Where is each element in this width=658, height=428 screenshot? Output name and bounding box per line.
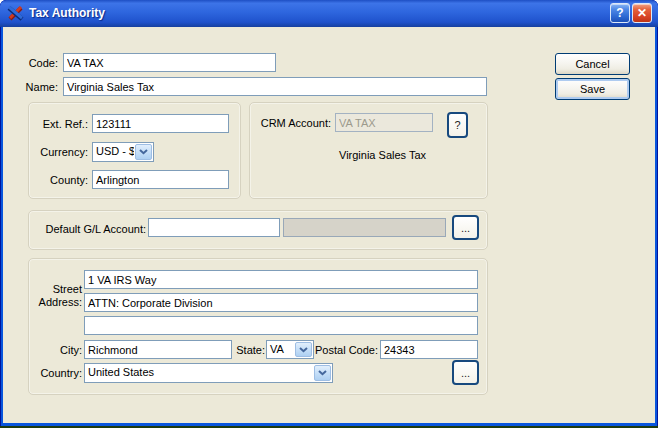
currency-label: Currency: — [30, 146, 88, 159]
chevron-down-icon — [135, 144, 152, 160]
street-address-line3[interactable] — [84, 316, 478, 335]
gl-browse-button[interactable]: ... — [452, 215, 479, 240]
name-label: Name: — [10, 81, 58, 94]
tax-authority-window: Tax Authority ? ✕ Code: Name: Cancel Sav… — [0, 0, 658, 428]
postal-code-input[interactable] — [380, 340, 478, 359]
chevron-down-icon — [314, 365, 331, 381]
name-input[interactable] — [63, 77, 487, 96]
state-dropdown[interactable]: VA — [266, 340, 314, 359]
city-input[interactable] — [84, 340, 232, 359]
app-logo-icon — [7, 5, 24, 21]
county-label: County: — [30, 174, 88, 187]
gl-account-description-field — [283, 218, 446, 237]
country-browse-button[interactable]: ... — [452, 360, 479, 385]
country-label: Country: — [34, 367, 82, 380]
gl-account-label: Default G/L Account: — [36, 223, 146, 236]
window-title: Tax Authority — [29, 6, 608, 20]
country-dropdown[interactable]: United States — [84, 363, 333, 383]
currency-dropdown[interactable]: USD - $ — [92, 142, 154, 162]
titlebar[interactable]: Tax Authority ? ✕ — [0, 0, 658, 27]
cancel-button[interactable]: Cancel — [555, 53, 630, 75]
ext-ref-input[interactable] — [92, 114, 229, 133]
crm-account-description: Virginia Sales Tax — [339, 149, 426, 161]
code-input[interactable] — [63, 53, 276, 72]
gl-account-input[interactable] — [148, 218, 280, 237]
country-value: United States — [85, 364, 313, 382]
close-button[interactable]: ✕ — [632, 3, 652, 23]
help-button[interactable]: ? — [610, 3, 630, 23]
county-input[interactable] — [92, 170, 229, 189]
crm-account-input — [335, 113, 433, 132]
dialog-body: Code: Name: Cancel Save Ext. Ref.: Curre… — [3, 27, 655, 423]
crm-account-label: CRM Account: — [255, 117, 331, 130]
state-label: State: — [234, 344, 265, 357]
street-address-line2[interactable] — [84, 293, 478, 312]
currency-value: USD - $ — [93, 143, 134, 161]
code-label: Code: — [10, 57, 58, 70]
postal-code-label: Postal Code: — [314, 344, 378, 357]
state-value: VA — [267, 341, 294, 358]
city-label: City: — [36, 344, 82, 357]
crm-lookup-button[interactable]: ? — [447, 112, 468, 138]
save-button[interactable]: Save — [555, 78, 630, 100]
street-address-label: Street Address: — [33, 283, 82, 309]
chevron-down-icon — [295, 342, 312, 357]
street-address-line1[interactable] — [84, 270, 478, 289]
ext-ref-label: Ext. Ref.: — [30, 118, 88, 131]
